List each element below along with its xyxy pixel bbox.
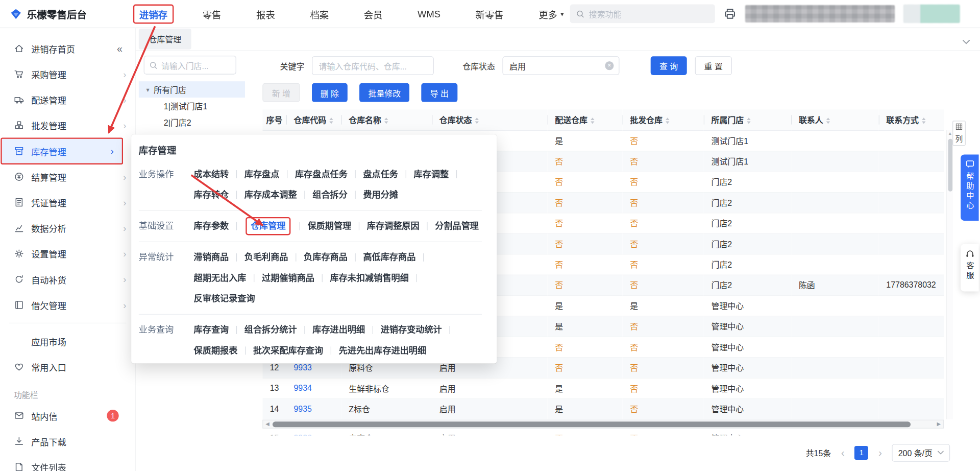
popup-menu-item[interactable]: 保质期报表 <box>194 340 238 361</box>
cell-code[interactable]: 9934 <box>286 378 341 398</box>
popup-menu-item[interactable]: 库存调整原因 <box>367 216 420 236</box>
tree-node-all-stores[interactable]: ▾ 所有门店 <box>139 81 245 98</box>
column-header-store[interactable]: 所属门店 <box>704 109 791 130</box>
sidebar-item-wholesale[interactable]: 批发管理 › <box>0 112 135 138</box>
popup-menu-item[interactable]: 组合拆分 <box>312 184 348 205</box>
sidebar-item-files[interactable]: 文件列表 <box>0 454 135 471</box>
sort-icon[interactable] <box>384 118 388 124</box>
horizontal-scrollbar[interactable]: ◀ ▶ <box>262 419 944 428</box>
popup-menu-item[interactable]: 仓库管理 <box>246 217 290 236</box>
store-search-input[interactable]: 请输入门店... <box>144 56 236 75</box>
nav-item-more[interactable]: 更多▾ <box>532 4 570 23</box>
popup-menu-item[interactable]: 库存成本调整 <box>244 184 297 205</box>
global-search-input[interactable]: 搜索功能 <box>570 5 715 23</box>
cell-code[interactable]: 9935 <box>286 398 341 419</box>
tab-warehouse-management[interactable]: 仓库管理 <box>139 29 191 49</box>
table-row[interactable]: 149935Z标仓启用是否管理中心 <box>262 398 944 419</box>
clear-icon[interactable]: × <box>605 61 614 70</box>
column-header-code[interactable]: 仓库代码 <box>286 109 341 130</box>
column-header-wholesale[interactable]: 批发仓库 <box>623 109 704 130</box>
popup-menu-item[interactable]: 费用分摊 <box>363 184 398 205</box>
column-header-contact[interactable]: 联系人 <box>791 109 878 130</box>
nav-item-reports[interactable]: 报表 <box>250 4 281 23</box>
current-page-button[interactable]: 1 <box>854 445 868 459</box>
popup-menu-item[interactable]: 先进先出库存进出明细 <box>339 340 426 361</box>
column-header-status[interactable]: 仓库状态 <box>432 109 548 130</box>
popup-menu-item[interactable]: 库存调整 <box>414 164 449 184</box>
popup-menu-item[interactable]: 库存未扣减销售明细 <box>330 268 409 288</box>
popup-menu-item[interactable]: 成本结转 <box>194 164 229 184</box>
keyword-input[interactable]: 请输入仓库代码、仓库... <box>312 56 434 75</box>
popup-menu-item[interactable]: 盘点任务 <box>363 164 398 184</box>
nav-item-retail[interactable]: 零售 <box>197 4 228 23</box>
popup-menu-item[interactable]: 库存转仓 <box>194 184 229 205</box>
delete-button[interactable]: 删 除 <box>312 83 348 102</box>
cell-code[interactable]: 9936 <box>286 428 341 435</box>
popup-menu-item[interactable]: 分割品管理 <box>435 216 479 236</box>
popup-menu-item[interactable]: 库存参数 <box>194 216 229 236</box>
sidebar-item-voucher[interactable]: 凭证管理 › <box>0 190 135 215</box>
sort-icon[interactable] <box>475 118 479 124</box>
table-row[interactable]: 159936电商仓启用否否管理中心 <box>262 428 944 435</box>
sidebar-item-purchase[interactable]: 采购管理 › <box>0 61 135 87</box>
tabbar-collapse-icon[interactable] <box>963 37 970 46</box>
customer-service-button[interactable]: 客服 <box>961 244 979 292</box>
sidebar-item-inventory[interactable]: 库存管理 › <box>1 138 122 164</box>
popup-menu-item[interactable]: 批次采配库存查询 <box>253 340 323 361</box>
add-button[interactable]: 新 增 <box>262 83 300 102</box>
batch-edit-button[interactable]: 批量修改 <box>359 83 409 102</box>
popup-menu-item[interactable]: 库存查询 <box>194 320 229 340</box>
nav-item-archives[interactable]: 档案 <box>304 4 335 23</box>
popup-menu-item[interactable]: 组合拆分统计 <box>244 320 297 340</box>
status-select[interactable]: 启用 × <box>503 56 620 75</box>
vertical-scrollbar[interactable]: ▲ <box>946 130 953 419</box>
table-row[interactable]: 139934生鲜非标仓启用是否管理中心 <box>262 378 944 398</box>
popup-menu-item[interactable]: 过期催销商品 <box>262 268 314 288</box>
sidebar-item-settings[interactable]: 设置管理 › <box>0 241 135 266</box>
popup-menu-item[interactable]: 滞销商品 <box>194 247 229 268</box>
next-page-icon[interactable]: › <box>878 448 882 458</box>
popup-menu-item[interactable]: 反审核记录查询 <box>194 288 255 309</box>
sort-icon[interactable] <box>591 118 594 124</box>
sidebar-item-downloads[interactable]: 产品下载 <box>0 429 135 454</box>
page-size-select[interactable]: 200 条/页 <box>892 444 950 461</box>
scroll-left-icon[interactable]: ◀ <box>263 420 272 428</box>
sidebar-item-settlement[interactable]: 结算管理 › <box>0 164 135 190</box>
sort-icon[interactable] <box>747 118 750 124</box>
popup-menu-item[interactable]: 库存盘点 <box>244 164 280 184</box>
popup-menu-item[interactable]: 负毛利商品 <box>244 247 288 268</box>
column-header-delivery[interactable]: 配送仓库 <box>548 109 623 130</box>
nav-item-new-retail[interactable]: 新零售 <box>469 4 510 23</box>
sidebar-item-delivery[interactable]: 配送管理 › <box>0 87 135 112</box>
export-button[interactable]: 导 出 <box>422 83 458 102</box>
popup-menu-item[interactable]: 负库存商品 <box>304 247 348 268</box>
sidebar-collapse-icon[interactable]: « <box>117 43 122 54</box>
popup-menu-item[interactable]: 进销存变动统计 <box>381 320 442 340</box>
nav-item-wms[interactable]: WMS <box>411 5 447 22</box>
query-button[interactable]: 查 询 <box>651 56 687 75</box>
popup-menu-item[interactable]: 保质期管理 <box>307 216 351 236</box>
tree-expand-icon[interactable]: ▾ <box>146 86 150 92</box>
horizontal-scrollbar-thumb[interactable] <box>273 421 911 427</box>
column-header-name[interactable]: 仓库名称 <box>341 109 432 130</box>
sidebar-item-debt[interactable]: 借欠管理 › <box>0 292 135 318</box>
popup-menu-item[interactable]: 库存盘点任务 <box>295 164 348 184</box>
nav-item-members[interactable]: 会员 <box>357 4 388 23</box>
column-header-phone[interactable]: 联系方式 <box>879 109 944 130</box>
reset-button[interactable]: 重 置 <box>695 56 732 75</box>
prev-page-icon[interactable]: ‹ <box>841 448 845 458</box>
sidebar-item-analytics[interactable]: 数据分析 › <box>0 215 135 241</box>
popup-menu-item[interactable]: 高低库存商品 <box>363 247 415 268</box>
tree-node-store-1[interactable]: 1|测试门店1 <box>139 98 259 114</box>
popup-menu-item[interactable]: 库存进出明细 <box>312 320 365 340</box>
sort-icon[interactable] <box>922 118 925 124</box>
sidebar-item-app-market[interactable]: 应用市场 <box>0 328 135 354</box>
sort-icon[interactable] <box>666 118 669 124</box>
popup-menu-item[interactable]: 超期无出入库 <box>194 268 247 288</box>
scroll-right-icon[interactable]: ▶ <box>935 420 943 428</box>
sidebar-item-messages[interactable]: 站内信 1 <box>0 403 135 429</box>
sort-icon[interactable] <box>329 118 333 124</box>
tree-node-store-2[interactable]: 2|门店2 <box>139 114 259 130</box>
sidebar-item-favorites[interactable]: 常用入口 <box>0 354 135 380</box>
printer-icon[interactable] <box>723 7 737 20</box>
